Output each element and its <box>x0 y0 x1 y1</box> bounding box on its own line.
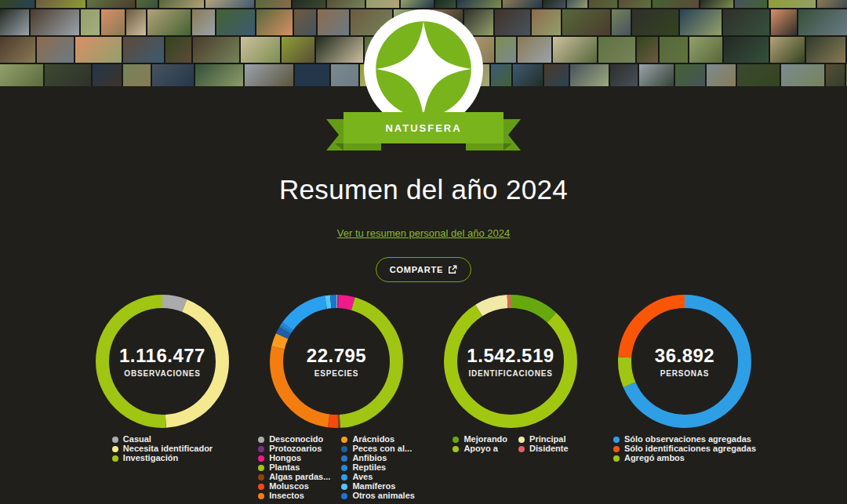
mosaic-photo[interactable] <box>653 0 699 8</box>
mosaic-photo[interactable] <box>294 9 316 35</box>
mosaic-photo[interactable] <box>331 64 358 86</box>
mosaic-photo[interactable] <box>123 37 164 63</box>
mosaic-photo[interactable] <box>532 9 561 35</box>
mosaic-photo[interactable] <box>216 9 255 35</box>
mosaic-photo[interactable] <box>707 64 736 86</box>
mosaic-photo[interactable] <box>737 64 780 86</box>
mosaic-photo[interactable] <box>589 0 617 8</box>
mosaic-photo[interactable] <box>675 64 705 86</box>
mosaic-photo[interactable] <box>101 9 125 35</box>
mosaic-photo[interactable] <box>771 9 797 35</box>
mosaic-photo[interactable] <box>806 37 845 63</box>
mosaic-photo[interactable] <box>553 37 597 63</box>
mosaic-photo[interactable] <box>241 37 280 63</box>
mosaic-photo[interactable] <box>193 37 239 63</box>
mosaic-photo[interactable] <box>798 9 847 35</box>
mosaic-photo[interactable] <box>195 64 243 86</box>
legend-color-dot <box>258 493 264 499</box>
mosaic-photo[interactable] <box>165 37 191 63</box>
mosaic-photo[interactable] <box>256 9 293 35</box>
mosaic-photo[interactable] <box>31 9 79 35</box>
mosaic-photo[interactable] <box>518 37 551 63</box>
legend-color-dot <box>453 446 459 452</box>
mosaic-photo[interactable] <box>610 64 638 86</box>
mosaic-photo[interactable] <box>637 37 658 63</box>
mosaic-photo[interactable] <box>0 9 29 35</box>
mosaic-photo[interactable] <box>192 9 215 35</box>
mosaic-photo[interactable] <box>570 64 609 86</box>
mosaic-photo[interactable] <box>543 0 565 8</box>
mosaic-photo[interactable] <box>152 64 194 86</box>
mosaic-photo[interactable] <box>619 0 651 8</box>
mosaic-photo[interactable] <box>87 0 135 8</box>
mosaic-photo[interactable] <box>0 0 35 8</box>
mosaic-photo[interactable] <box>401 0 434 8</box>
legend-label: Casual <box>123 435 151 444</box>
mosaic-photo[interactable] <box>491 64 511 86</box>
mosaic-photo[interactable] <box>245 64 293 86</box>
mosaic-photo[interactable] <box>123 64 151 86</box>
mosaic-photo[interactable] <box>723 9 769 35</box>
mosaic-photo[interactable] <box>282 37 314 63</box>
legend-item: Investigación <box>112 454 213 462</box>
mosaic-photo[interactable] <box>316 37 363 63</box>
mosaic-photo[interactable] <box>567 0 587 8</box>
mosaic-photo[interactable] <box>826 64 845 86</box>
legend-label: Protozoarios <box>269 444 322 453</box>
mosaic-photo[interactable] <box>639 64 674 86</box>
mosaic-photo[interactable] <box>817 0 847 8</box>
legend-label: Hongos <box>269 454 301 462</box>
mosaic-photo[interactable] <box>126 9 146 35</box>
mosaic-photo[interactable] <box>75 37 122 63</box>
mosaic-photo[interactable] <box>598 37 635 63</box>
mosaic-photo[interactable] <box>770 37 805 63</box>
mosaic-photo[interactable] <box>724 37 769 63</box>
mosaic-photo[interactable] <box>689 37 722 63</box>
share-button[interactable]: COMPARTE <box>376 257 472 282</box>
mosaic-photo[interactable] <box>295 64 329 86</box>
legend-color-dot <box>341 484 347 490</box>
mosaic-photo[interactable] <box>0 37 35 63</box>
mosaic-photo[interactable] <box>513 64 543 86</box>
mosaic-photo[interactable] <box>136 0 158 8</box>
legend-color-dot <box>341 474 347 480</box>
legend-item: Insectos <box>258 491 330 500</box>
mosaic-photo[interactable] <box>205 0 254 8</box>
personal-summary-link[interactable]: Ver tu resumen personal del año 2024 <box>337 227 510 239</box>
mosaic-photo[interactable] <box>159 0 204 8</box>
mosaic-photo[interactable] <box>147 9 191 35</box>
mosaic-photo[interactable] <box>781 64 824 86</box>
legend-item: Casual <box>112 435 213 444</box>
legend-color-dot <box>258 455 264 462</box>
legend-item: Sólo identificaciones agregadas <box>613 444 756 453</box>
mosaic-photo[interactable] <box>81 9 100 35</box>
mosaic-photo[interactable] <box>45 64 91 86</box>
mosaic-photo[interactable] <box>680 9 722 35</box>
mosaic-photo[interactable] <box>612 9 631 35</box>
mosaic-photo[interactable] <box>36 0 85 8</box>
mosaic-photo[interactable] <box>735 0 767 8</box>
mosaic-photo[interactable] <box>544 64 569 86</box>
mosaic-photo[interactable] <box>562 9 610 35</box>
mosaic-photo[interactable] <box>256 0 291 8</box>
mosaic-photo[interactable] <box>318 9 349 35</box>
mosaic-photo[interactable] <box>496 37 516 63</box>
mosaic-photo[interactable] <box>457 0 501 8</box>
mosaic-photo[interactable] <box>503 0 542 8</box>
mosaic-photo[interactable] <box>293 0 325 8</box>
mosaic-photo[interactable] <box>366 0 399 8</box>
mosaic-photo[interactable] <box>0 64 43 86</box>
donut-column-identificaciones: 1.542.519IDENTIFICACIONESMejorandoApoyo … <box>434 295 587 500</box>
mosaic-photo[interactable] <box>93 64 122 86</box>
mosaic-photo[interactable] <box>632 9 678 35</box>
legend-label: Investigación <box>123 454 178 462</box>
mosaic-photo[interactable] <box>769 0 816 8</box>
mosaic-photo[interactable] <box>700 0 733 8</box>
legend-color-dot <box>258 484 264 490</box>
mosaic-photo[interactable] <box>37 37 74 63</box>
mosaic-photo[interactable] <box>660 37 688 63</box>
mosaic-photo[interactable] <box>495 9 530 35</box>
mosaic-photo[interactable] <box>435 0 456 8</box>
mosaic-photo[interactable] <box>327 0 365 8</box>
legend-label: Sólo observaciones agregadas <box>624 435 751 444</box>
